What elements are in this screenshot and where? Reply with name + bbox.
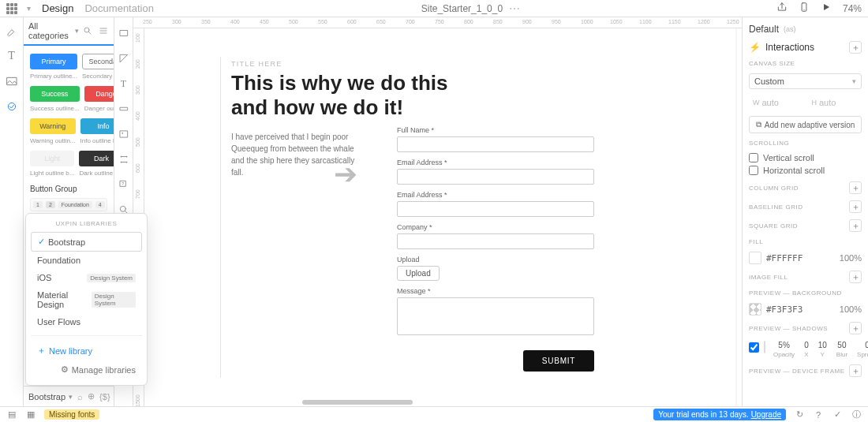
history-icon[interactable]: ↻: [794, 409, 805, 420]
field-company: Company *: [397, 223, 594, 249]
check-icon: ✓: [38, 237, 45, 247]
add-baseline-grid-button[interactable]: ＋: [849, 200, 862, 213]
tab-documentation[interactable]: Documentation: [84, 2, 153, 14]
shadow-x-value[interactable]: 0: [804, 341, 809, 349]
component-danger[interactable]: Danger Danger outline...: [84, 86, 114, 112]
add-image-fill-button[interactable]: ＋: [849, 271, 862, 283]
vertical-scroll-checkbox[interactable]: Vertical scroll: [749, 153, 862, 162]
library-item-ios[interactable]: iOS Design System: [31, 269, 142, 286]
scrollbar-thumb[interactable]: [302, 400, 413, 405]
info-icon[interactable]: ⓘ: [851, 409, 862, 420]
chevron-down-icon[interactable]: ▾: [27, 4, 31, 13]
component-success[interactable]: Success Success outline...: [30, 86, 80, 112]
fill-swatch[interactable]: [749, 252, 761, 264]
bg-swatch[interactable]: [749, 303, 761, 316]
component-dark[interactable]: Dark Dark outline b...: [79, 151, 114, 177]
shadow-spread-value[interactable]: 0: [865, 341, 868, 349]
current-library-select[interactable]: Bootstrap ▾: [28, 392, 73, 401]
message-input[interactable]: [397, 297, 594, 335]
library-item-bootstrap[interactable]: ✓Bootstrap: [31, 232, 142, 252]
zoom-level[interactable]: 74%: [843, 3, 862, 14]
bg-opacity[interactable]: 100%: [840, 304, 862, 314]
apps-menu-icon[interactable]: [6, 3, 17, 14]
shadow-blur-value[interactable]: 50: [837, 341, 846, 349]
component-info[interactable]: Info Info outline but...: [80, 118, 114, 144]
comment-tool-icon[interactable]: ?: [118, 178, 130, 191]
page-heading: This is why we do thisand how we do it!: [231, 71, 594, 120]
file-name[interactable]: Site_Starter_1_0_0: [421, 3, 503, 14]
component-primary[interactable]: Primary Primary outline...: [30, 54, 77, 80]
shadow-color-swatch[interactable]: [764, 341, 765, 353]
missing-fonts-badge[interactable]: Missing fonts: [44, 409, 99, 420]
shape-rect-icon[interactable]: [118, 27, 130, 39]
line-tool-icon[interactable]: [118, 103, 130, 115]
add-shadow-button[interactable]: ＋: [849, 322, 862, 334]
component-tool-icon[interactable]: [118, 153, 130, 166]
layers-icon[interactable]: ▤: [6, 409, 17, 420]
tool-component-icon[interactable]: [5, 99, 19, 114]
library-name: iOS: [37, 273, 51, 282]
ruler-tick: 100: [135, 33, 140, 43]
checkmark-icon[interactable]: ✓: [832, 409, 843, 420]
add-device-frame-button[interactable]: ＋: [849, 364, 862, 377]
settings-icon[interactable]: ⊕: [88, 391, 95, 401]
tool-image-icon[interactable]: [5, 74, 19, 88]
add-square-grid-button[interactable]: ＋: [849, 219, 862, 232]
play-icon[interactable]: [821, 2, 832, 15]
horizontal-scroll-checkbox[interactable]: Horizontal scroll: [749, 166, 862, 175]
button-group-thumb[interactable]: 1 2 Foundation 4: [30, 198, 107, 211]
image-tool-icon[interactable]: [118, 128, 130, 140]
add-column-grid-button[interactable]: ＋: [849, 181, 862, 194]
library-item-material[interactable]: Material Design Design System: [31, 286, 142, 313]
secondary-button-thumb: Secondary: [82, 54, 114, 69]
email-input-1[interactable]: [397, 169, 594, 185]
shape-ellipse-icon[interactable]: [118, 52, 130, 65]
bg-hex[interactable]: #F3F3F3: [766, 304, 803, 315]
width-input[interactable]: Wauto: [749, 95, 803, 110]
shadow-y-value[interactable]: 10: [818, 341, 827, 349]
height-input[interactable]: Hauto: [808, 95, 862, 110]
shadow-opacity-value[interactable]: 5%: [778, 341, 789, 349]
tab-design[interactable]: Design: [42, 2, 73, 14]
component-warning[interactable]: Warning Warning outlin...: [30, 118, 76, 144]
categories-select[interactable]: All categories ▾: [28, 21, 79, 40]
component-light[interactable]: Light Light outline b...: [30, 151, 74, 177]
ruler-tick: 600: [135, 163, 140, 173]
add-adaptive-button[interactable]: ⧉ Add new adaptive version: [749, 116, 862, 133]
grid-icon[interactable]: ▦: [25, 409, 36, 420]
upload-button[interactable]: Upload: [397, 266, 440, 281]
device-preview-icon[interactable]: [799, 2, 810, 15]
shadow-enable-checkbox[interactable]: [749, 342, 759, 353]
component-secondary[interactable]: Secondary Secondary outl...: [82, 54, 114, 80]
fill-opacity[interactable]: 100%: [840, 253, 862, 263]
search-icon[interactable]: ⌕: [77, 392, 83, 401]
text-tool-icon[interactable]: T: [118, 77, 130, 90]
ruler-tick: 300: [172, 19, 181, 24]
search-icon[interactable]: [80, 24, 95, 38]
categories-label: All categories: [28, 21, 72, 40]
tool-text-icon[interactable]: T: [5, 49, 19, 63]
submit-button[interactable]: SUBMIT: [523, 350, 594, 372]
library-item-userflows[interactable]: User Flows: [31, 313, 142, 331]
manage-libraries-button[interactable]: ⚙Manage libraries: [31, 360, 142, 379]
share-icon[interactable]: [776, 2, 788, 15]
canvas[interactable]: 2503003504004505005506006507007508008509…: [133, 17, 742, 406]
help-icon[interactable]: ?: [813, 409, 824, 420]
canvas-size-select[interactable]: Custom ▾: [749, 73, 862, 89]
add-interaction-button[interactable]: ＋: [849, 41, 862, 54]
field-label: Email Address *: [397, 191, 594, 199]
upgrade-link[interactable]: Upgrade: [751, 410, 781, 419]
chevron-down-icon: ▾: [852, 77, 856, 85]
column-grid-title: COLUMN GRID: [749, 185, 799, 192]
new-library-button[interactable]: ＋New library: [31, 341, 142, 360]
primary-button-thumb: Primary: [30, 54, 77, 69]
company-input[interactable]: [397, 233, 594, 249]
tool-eyedropper-icon[interactable]: [5, 24, 19, 38]
svg-rect-11: [120, 131, 127, 137]
library-item-foundation[interactable]: Foundation: [31, 252, 142, 269]
fill-hex[interactable]: #FFFFFF: [766, 253, 803, 263]
full-name-input[interactable]: [397, 136, 594, 152]
list-view-icon[interactable]: [96, 24, 110, 38]
canvas-horizontal-scrollbar[interactable]: [144, 398, 742, 406]
email-input-2[interactable]: [397, 201, 594, 217]
